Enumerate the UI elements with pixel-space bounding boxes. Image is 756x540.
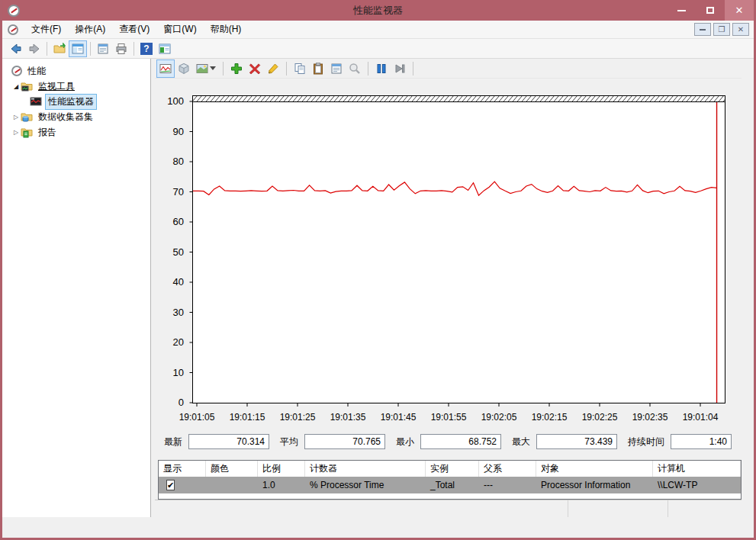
cell-counter: % Processor Time <box>305 478 426 492</box>
x-axis-tick-label: 19:02:15 <box>523 412 576 423</box>
y-axis-tick-label: 20 <box>155 336 184 349</box>
header-object[interactable]: 对象 <box>536 461 653 477</box>
forward-arrow-icon <box>28 43 40 55</box>
minimum-label: 最小 <box>396 436 414 448</box>
latest-value: 70.314 <box>188 434 269 449</box>
view-log-data-button[interactable] <box>175 59 193 78</box>
x-axis-tick-label: 19:01:15 <box>220 412 274 423</box>
status-bar-main-section <box>155 500 568 517</box>
status-bar-section <box>568 500 668 517</box>
tree-performance-monitor-label[interactable]: 性能监视器 <box>45 94 97 110</box>
menu-bar: 文件(F) 操作(A) 查看(V) 窗口(W) 帮助(H) ❐ ✕ <box>2 21 754 39</box>
view-current-activity-button[interactable] <box>156 59 175 78</box>
header-scale[interactable]: 比例 <box>258 461 305 477</box>
maximum-label: 最大 <box>512 436 530 448</box>
tree-item-performance-monitor[interactable]: 性能监视器 <box>2 94 150 109</box>
header-color[interactable]: 颜色 <box>206 461 258 477</box>
freeze-display-button[interactable] <box>372 59 391 78</box>
mdi-restore-button[interactable]: ❐ <box>713 23 730 36</box>
perfmon-menu-icon <box>8 24 18 35</box>
monitoring-tools-folder-icon <box>21 80 33 92</box>
toolbar-separator <box>90 42 91 56</box>
x-axis-tick-label: 19:02:35 <box>623 412 677 423</box>
y-axis-tick-label: 100 <box>155 95 184 108</box>
toolbar-separator <box>413 62 413 76</box>
mdi-minimize-button[interactable] <box>694 23 711 36</box>
header-show[interactable]: 显示 <box>159 461 206 477</box>
minimize-icon <box>677 10 686 11</box>
folder-icon <box>53 43 66 55</box>
chart-properties-button[interactable] <box>327 59 346 78</box>
properties-window-icon <box>330 63 343 75</box>
paste-counter-list-button[interactable] <box>309 59 327 78</box>
window-panel-icon <box>159 43 171 55</box>
graph-area: 100908070605040302010019:01:0519:01:1519… <box>155 79 742 428</box>
duration-label: 持续时间 <box>628 436 664 448</box>
dropdown-arrow-icon <box>210 66 216 70</box>
x-axis-tick-label: 19:01:05 <box>170 412 224 423</box>
change-graph-type-button[interactable] <box>193 59 219 78</box>
tree-reports-label[interactable]: 报告 <box>36 125 59 140</box>
header-counter[interactable]: 计数器 <box>305 461 426 477</box>
y-axis-tick-label: 90 <box>155 126 184 138</box>
minimize-button[interactable] <box>667 0 696 21</box>
console-tree-toggle-button[interactable] <box>69 40 87 57</box>
title-bar: 性能监视器 ✕ <box>2 0 754 21</box>
copy-properties-button[interactable] <box>291 59 309 78</box>
update-data-button[interactable] <box>391 59 409 78</box>
collapse-arrow-icon[interactable]: ▷ <box>11 114 21 121</box>
add-counter-button[interactable] <box>227 59 246 78</box>
maximize-button[interactable] <box>696 0 725 21</box>
performance-monitor-window: 性能监视器 ✕ 文件(F) 操作(A) 查看(V) 窗口(W) 帮助(H) ❐ … <box>0 0 756 540</box>
cell-instance: _Total <box>426 478 479 492</box>
header-instance[interactable]: 实例 <box>426 461 479 477</box>
menu-file[interactable]: 文件(F) <box>24 21 68 38</box>
console-tree-panel: 性能 ◢ 监视工具 性能监视器 ▷ 数据收集器集 ▷ 报告 <box>2 59 151 517</box>
menu-view[interactable]: 查看(V) <box>112 21 156 38</box>
print-button[interactable] <box>112 40 130 57</box>
tree-item-data-collector-sets[interactable]: ▷ 数据收集器集 <box>2 109 150 124</box>
counter-table-header: 显示 颜色 比例 计数器 实例 父系 对象 计算机 <box>159 461 741 477</box>
menu-action[interactable]: 操作(A) <box>68 21 112 38</box>
pencil-icon <box>267 63 279 75</box>
pause-icon <box>375 63 388 75</box>
counter-list-panel: 显示 颜色 比例 计数器 实例 父系 对象 计算机 ✔ 1.0 % Proces… <box>158 460 742 500</box>
collapse-arrow-icon[interactable]: ▷ <box>11 129 21 136</box>
properties-dialog-button[interactable] <box>94 40 112 57</box>
tree-item-reports[interactable]: ▷ 报告 <box>2 124 150 140</box>
export-folder-button[interactable] <box>50 40 69 57</box>
new-window-button[interactable] <box>156 40 174 57</box>
plot-border <box>193 96 725 403</box>
header-computer[interactable]: 计算机 <box>653 461 741 477</box>
y-axis-tick-label: 30 <box>155 307 184 319</box>
close-icon: ✕ <box>735 5 744 16</box>
zoom-button[interactable] <box>346 59 364 78</box>
menu-window[interactable]: 窗口(W) <box>156 21 203 38</box>
console-toolbar: ? <box>2 39 754 59</box>
log-cube-icon <box>178 63 190 75</box>
forward-button[interactable] <box>25 40 43 57</box>
x-axis-tick-label: 19:01:35 <box>321 412 375 423</box>
counter-table-row[interactable]: ✔ 1.0 % Processor Time _Total --- Proces… <box>159 477 741 493</box>
performance-monitor-icon <box>30 95 42 108</box>
tree-data-collector-label[interactable]: 数据收集器集 <box>36 110 95 124</box>
help-icon: ? <box>140 43 153 55</box>
back-button[interactable] <box>7 40 25 57</box>
tree-item-performance-root[interactable]: 性能 <box>2 63 150 79</box>
toolbar-separator <box>223 62 224 76</box>
mdi-restore-icon: ❐ <box>719 25 725 34</box>
mdi-close-button[interactable]: ✕ <box>732 23 749 36</box>
show-checkbox[interactable]: ✔ <box>166 480 175 490</box>
highlight-button[interactable] <box>264 59 282 78</box>
expand-arrow-icon[interactable]: ◢ <box>11 83 21 90</box>
delete-counter-button[interactable] <box>246 59 264 78</box>
help-button[interactable]: ? <box>137 40 156 57</box>
tree-monitoring-tools-label[interactable]: 监视工具 <box>36 79 77 94</box>
header-parent[interactable]: 父系 <box>479 461 536 477</box>
minimum-value: 68.752 <box>420 434 501 449</box>
tree-item-monitoring-tools[interactable]: ◢ 监视工具 <box>2 79 150 94</box>
chart-toolbar <box>155 59 742 79</box>
x-axis-tick-label: 19:02:25 <box>573 412 626 423</box>
menu-help[interactable]: 帮助(H) <box>204 21 249 38</box>
close-button[interactable]: ✕ <box>725 0 754 21</box>
